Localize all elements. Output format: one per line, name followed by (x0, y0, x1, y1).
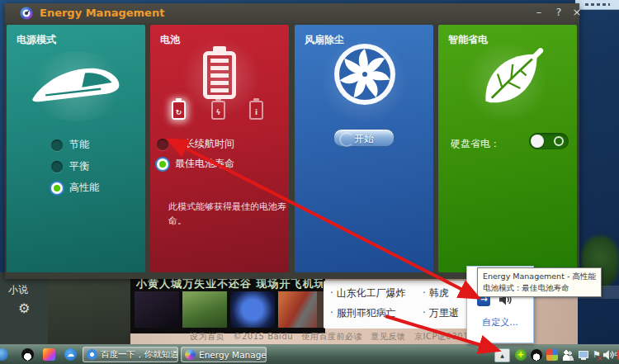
photo-montage (48, 272, 130, 345)
radio-circle[interactable] (51, 161, 63, 173)
panel-smart-saving: 智能省电 硬盘省电： (438, 25, 577, 272)
panel-title: 电源模式 (17, 33, 56, 47)
refresh-glyph: ↻ (176, 108, 182, 116)
grid-icon[interactable] (546, 349, 558, 361)
page-footer-text: 设为首页 ©2015 Baidu 使用百度前必读 意见反馈 京ICP证03017… (190, 331, 489, 343)
feather-browser-icon[interactable] (43, 348, 55, 361)
panel-fan-dust: 风扇除尘 开始 (295, 25, 433, 272)
error-badge: ✕ (597, 353, 602, 364)
energy-management-window: Energy Management – ? × 电源模式 节能 平衡 高性能 电… (5, 3, 579, 279)
info-glyph: i (255, 108, 258, 116)
energy-management-app-icon (185, 349, 196, 360)
action-center-flag-icon[interactable]: ⚑ ✕ (591, 349, 602, 361)
news-thumbnail-shoreline[interactable] (278, 291, 323, 328)
lightning-glyph: ϟ (216, 108, 221, 116)
battery-mode-description: 此模式能够获得最佳的电池寿命。 (168, 200, 289, 228)
sidebar-novel-link[interactable]: 小说 (8, 283, 28, 297)
titlebar[interactable]: Energy Management – ? × (5, 3, 579, 23)
news-link[interactable]: 服刑罪犯病亡 (330, 306, 396, 320)
button-swirl-decoration (339, 132, 354, 147)
start-button[interactable]: 开始 (333, 129, 395, 147)
page-sidebar: 小说 ⚙ (0, 272, 48, 345)
train-icon (30, 59, 125, 109)
antivirus-icon[interactable]: + (515, 349, 527, 361)
radio-circle[interactable] (51, 139, 63, 151)
network-icon[interactable] (578, 349, 589, 361)
radio-label: 高性能 (69, 181, 99, 195)
radio-energy-saving[interactable]: 节能 (51, 138, 89, 152)
news-link[interactable]: 韩虎 (423, 286, 449, 300)
browser-icon[interactable] (0, 348, 8, 361)
qq-icon[interactable] (531, 349, 542, 361)
battery-health-icon[interactable]: ↻ (172, 101, 186, 120)
tray-tooltip: Energy Management - 高性能 电池模式：最佳电池寿命 (477, 267, 602, 297)
battery-charge-icon[interactable]: ϟ (211, 101, 225, 120)
start-button-label: 开始 (354, 133, 374, 144)
panel-power-mode: 电源模式 节能 平衡 高性能 (7, 25, 145, 272)
close-button[interactable]: × (569, 5, 584, 20)
users-icon[interactable] (562, 349, 574, 361)
help-button[interactable]: ? (551, 5, 566, 20)
fragment-dashes (585, 3, 610, 6)
radio-best-battery-life[interactable]: 最佳电池寿命 (157, 157, 234, 171)
taskbar-button-baidu[interactable]: 百度一下，你就知道... (83, 347, 178, 362)
browser-tab-icon (87, 349, 97, 360)
gear-icon[interactable]: ⚙ (18, 300, 30, 316)
taskbar-button-energy-management[interactable]: Energy Manageme... (181, 347, 267, 362)
panel-battery: 电池 ↻ ϟ i 最长续航时间 最佳电池寿命 此模式能够获得最佳的电池寿命。 (150, 25, 289, 272)
window-title: Energy Management (40, 7, 164, 19)
battery-icon (203, 51, 236, 99)
radio-high-performance[interactable]: 高性能 (51, 181, 99, 195)
fan-icon (332, 41, 398, 107)
app-logo-icon (20, 7, 33, 20)
tooltip-line2: 电池模式：最佳电池寿命 (483, 282, 596, 294)
radio-circle[interactable] (157, 139, 168, 150)
taskbar-button-label: 百度一下，你就知道... (101, 349, 178, 361)
radio-max-runtime[interactable]: 最长续航时间 (157, 137, 234, 151)
taskbar-button-label: Energy Manageme... (199, 350, 267, 360)
hdd-saving-toggle[interactable] (529, 133, 569, 149)
news-link[interactable]: 万里逝 (423, 306, 459, 320)
toggle-off-ring (554, 136, 564, 146)
radio-label: 最佳电池寿命 (175, 157, 234, 171)
news-thumbnail-concert[interactable] (135, 291, 179, 328)
news-thumbnail-planet[interactable] (230, 291, 275, 328)
system-tray: ▲ + ⚑ ✕ 中 (492, 345, 619, 364)
news-thumbnail-partial (317, 291, 324, 328)
leaf-icon (475, 45, 546, 113)
news-link[interactable]: 山东化工厂爆炸 (330, 286, 406, 300)
battery-info-icon[interactable]: i (249, 101, 263, 120)
panel-title: 电池 (160, 33, 180, 47)
news-media-strip: 小黄人城万失业不还谷 现场开飞机玩游乐 (130, 274, 325, 333)
cloud-icon[interactable]: ☁ (64, 348, 77, 361)
toggle-knob[interactable] (531, 135, 544, 148)
radio-circle-selected[interactable] (51, 182, 63, 194)
taskbar[interactable]: ☁ 百度一下，你就知道... Energy Manageme... ▲ + ⚑ … (0, 344, 619, 364)
customize-link[interactable]: 自定义... (467, 316, 533, 329)
minimize-button[interactable]: – (532, 5, 546, 20)
radio-label: 节能 (69, 138, 89, 152)
radio-label: 最长续航时间 (175, 137, 234, 151)
radio-label: 平衡 (69, 159, 89, 173)
news-thumbnail-helicopter[interactable] (182, 291, 227, 328)
tooltip-line1: Energy Management - 高性能 (483, 271, 596, 282)
radio-circle-selected[interactable] (157, 158, 168, 170)
radio-balanced[interactable]: 平衡 (51, 159, 89, 173)
show-hidden-icons-button[interactable]: ▲ (494, 348, 510, 362)
hdd-saving-label: 硬盘省电： (451, 137, 500, 151)
qq-icon[interactable] (21, 348, 34, 361)
